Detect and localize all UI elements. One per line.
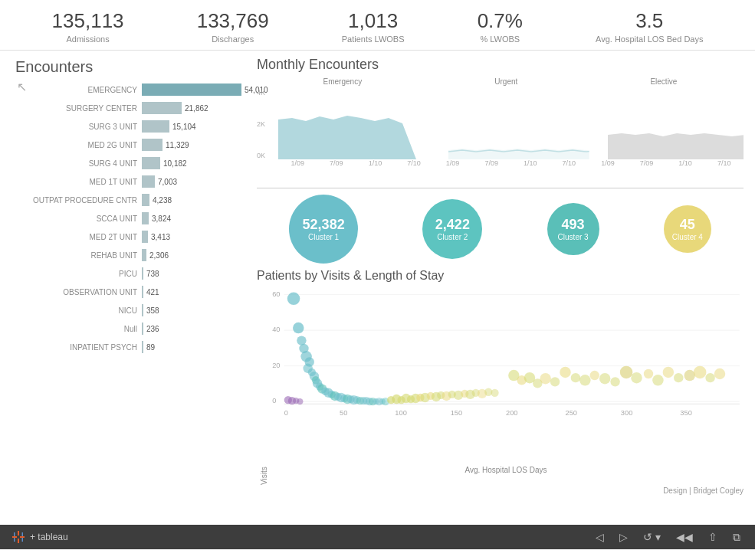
bar-fill bbox=[142, 120, 169, 133]
svg-point-88 bbox=[652, 375, 663, 385]
bar-container: 2,306 bbox=[142, 249, 169, 261]
svg-point-98 bbox=[297, 398, 303, 404]
bar-row[interactable]: MED 1T UNIT7,003 bbox=[15, 174, 241, 189]
bar-fill bbox=[142, 84, 241, 96]
bar-fill bbox=[142, 175, 155, 188]
bar-container: 15,104 bbox=[142, 120, 196, 133]
bar-container: 421 bbox=[142, 286, 159, 298]
emergency-area bbox=[278, 116, 416, 159]
svg-text:250: 250 bbox=[566, 409, 578, 417]
legend-elective: Elective bbox=[650, 77, 677, 86]
bar-row[interactable]: OUTPAT PROCEDURE CNTR4,238 bbox=[15, 192, 241, 208]
y-label-4k: 4K bbox=[257, 89, 278, 97]
bar-value: 3,824 bbox=[152, 215, 171, 223]
bar-value: 21,862 bbox=[185, 104, 208, 113]
bar-fill bbox=[142, 102, 182, 114]
svg-text:0: 0 bbox=[284, 409, 288, 417]
bar-value: 15,104 bbox=[172, 123, 196, 131]
bar-container: 21,862 bbox=[142, 102, 208, 114]
svg-point-92 bbox=[694, 366, 707, 379]
x-label-9: 7/09 bbox=[640, 159, 654, 167]
bar-fill bbox=[142, 304, 143, 316]
nav-rewind-button[interactable]: ◀◀ bbox=[673, 529, 696, 545]
cluster-circle-1[interactable]: 52,382Cluster 1 bbox=[289, 195, 358, 264]
nav-share-button[interactable]: ⇧ bbox=[705, 529, 721, 545]
bar-row[interactable]: MED 2T UNIT3,413 bbox=[15, 229, 241, 244]
bar-row[interactable]: SURG 4 UNIT10,182 bbox=[15, 156, 241, 171]
elective-area bbox=[608, 133, 744, 159]
svg-text:350: 350 bbox=[680, 409, 692, 417]
scatter-x-label: Avg. Hospital LOS Days bbox=[268, 466, 744, 474]
bar-row[interactable]: SURGERY CENTER21,862 bbox=[15, 100, 241, 116]
bar-value: 738 bbox=[146, 270, 159, 278]
bar-fill bbox=[142, 323, 143, 335]
bar-label: PICU bbox=[15, 270, 142, 278]
bar-row[interactable]: EMERGENCY54,010 bbox=[15, 82, 241, 97]
nav-forward-button[interactable]: ▷ bbox=[616, 529, 631, 545]
bar-label: INPATIENT PSYCH bbox=[15, 343, 142, 352]
cluster-value: 52,382 bbox=[303, 217, 345, 233]
svg-point-89 bbox=[663, 367, 674, 378]
svg-point-83 bbox=[599, 373, 610, 384]
main-content: Encounters ↖ EMERGENCY54,010SURGERY CENT… bbox=[0, 51, 755, 525]
bar-label: NICU bbox=[15, 306, 142, 315]
svg-point-82 bbox=[590, 371, 599, 380]
x-label-10: 1/10 bbox=[678, 159, 692, 167]
stat-los: 3.5 Avg. Hospital LOS Bed Days bbox=[596, 9, 703, 44]
bar-value: 236 bbox=[146, 325, 159, 333]
svg-text:50: 50 bbox=[340, 409, 347, 417]
bar-row[interactable]: SURG 3 UNIT15,104 bbox=[15, 119, 241, 134]
cluster-circle-3[interactable]: 493Cluster 3 bbox=[547, 203, 599, 255]
bar-value: 89 bbox=[146, 343, 155, 352]
svg-point-20 bbox=[287, 293, 300, 306]
lwobs-value: 1,013 bbox=[342, 9, 405, 33]
svg-text:200: 200 bbox=[506, 409, 518, 417]
svg-text:0: 0 bbox=[272, 397, 276, 404]
svg-text:20: 20 bbox=[272, 362, 280, 369]
bar-container: 89 bbox=[142, 341, 155, 353]
bar-row[interactable]: SCCA UNIT3,824 bbox=[15, 211, 241, 226]
bar-row[interactable]: OBSERVATION UNIT421 bbox=[15, 284, 241, 300]
bar-label: SURG 4 UNIT bbox=[15, 159, 142, 168]
bar-label: REHAB UNIT bbox=[15, 251, 142, 260]
svg-point-80 bbox=[571, 373, 580, 382]
nav-refresh-button[interactable]: ↺ ▾ bbox=[640, 529, 664, 545]
bar-row[interactable]: NICU358 bbox=[15, 303, 241, 318]
scatter-container: Visits 60 40 20 0 bbox=[257, 286, 744, 485]
right-panel: Monthly Encounters Emergency Urgent Elec… bbox=[249, 51, 755, 525]
bar-row[interactable]: PICU738 bbox=[15, 266, 241, 281]
footer-controls[interactable]: ◁ ▷ ↺ ▾ ◀◀ ⇧ ⧉ bbox=[593, 529, 744, 545]
bar-container: 358 bbox=[142, 304, 159, 316]
nav-fullscreen-button[interactable]: ⧉ bbox=[730, 529, 744, 545]
svg-rect-104 bbox=[14, 538, 15, 542]
pct-lwobs-value: 0.7% bbox=[478, 9, 523, 33]
admissions-value: 135,113 bbox=[52, 9, 124, 33]
bar-fill bbox=[142, 286, 143, 298]
cluster-circle-4[interactable]: 45Cluster 4 bbox=[664, 205, 711, 253]
admissions-label: Admissions bbox=[52, 34, 124, 44]
stat-discharges: 133,769 Discharges bbox=[197, 9, 269, 44]
bar-container: 4,238 bbox=[142, 194, 172, 206]
bar-row[interactable]: INPATIENT PSYCH89 bbox=[15, 339, 241, 355]
cluster-label: Cluster 1 bbox=[308, 233, 339, 241]
bar-label: SCCA UNIT bbox=[15, 215, 142, 223]
scatter-y-label: Visits bbox=[257, 286, 268, 485]
stat-pct-lwobs: 0.7% % LWOBS bbox=[478, 9, 523, 44]
bar-row[interactable]: REHAB UNIT2,306 bbox=[15, 247, 241, 263]
stat-admissions: 135,113 Admissions bbox=[52, 9, 124, 44]
monthly-chart-svg bbox=[278, 89, 744, 159]
svg-point-81 bbox=[579, 375, 590, 385]
cluster-value: 2,422 bbox=[435, 217, 470, 233]
cluster-circle-2[interactable]: 2,422Cluster 2 bbox=[422, 199, 482, 259]
tableau-icon bbox=[11, 530, 25, 544]
bar-label: Null bbox=[15, 325, 142, 333]
x-label-1: 7/09 bbox=[330, 159, 343, 167]
x-label-5: 7/09 bbox=[484, 159, 498, 167]
x-label-0: 1/09 bbox=[291, 159, 305, 167]
svg-rect-100 bbox=[18, 539, 19, 543]
bar-row[interactable]: MED 2G UNIT11,329 bbox=[15, 137, 241, 152]
bar-container: 3,824 bbox=[142, 212, 171, 224]
svg-text:100: 100 bbox=[395, 409, 407, 417]
bar-row[interactable]: Null236 bbox=[15, 321, 241, 336]
nav-back-button[interactable]: ◁ bbox=[593, 529, 607, 545]
